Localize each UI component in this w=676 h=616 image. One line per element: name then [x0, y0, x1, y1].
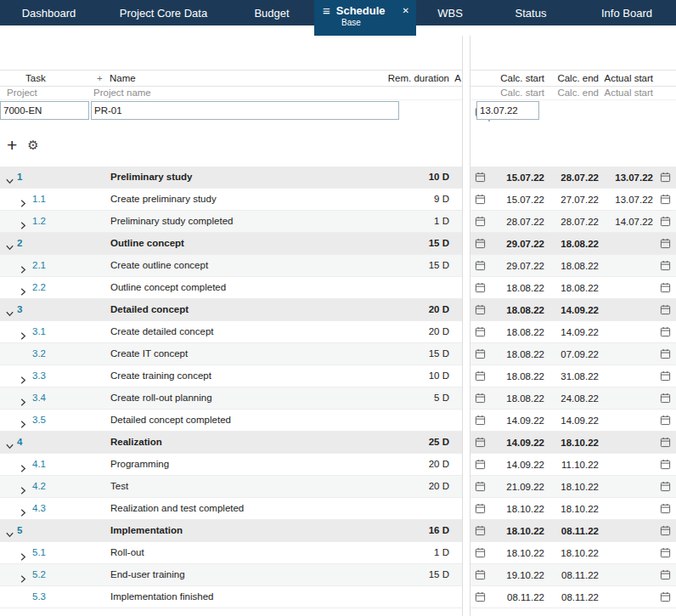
calendar-icon[interactable] — [472, 525, 488, 536]
tab-dashboard[interactable]: Dashboard — [0, 0, 98, 25]
date-row[interactable]: 18.08.2207.09.22 — [470, 343, 676, 365]
task-row[interactable]: 5Implementation16 D — [0, 520, 462, 542]
calendar-icon[interactable] — [472, 370, 488, 381]
add-task-button[interactable]: + — [7, 136, 17, 154]
hamburger-icon[interactable]: ≡ — [323, 4, 330, 17]
tab-status[interactable]: Status — [484, 0, 577, 25]
task-row[interactable]: 4.3Realization and test completed — [0, 498, 462, 520]
calendar-icon[interactable] — [472, 282, 488, 293]
calendar-icon[interactable] — [472, 569, 488, 580]
col-task[interactable]: Task — [25, 71, 46, 87]
calendar-icon[interactable] — [653, 459, 676, 470]
calendar-icon[interactable] — [653, 591, 676, 602]
calendar-icon[interactable] — [653, 547, 676, 558]
calendar-icon[interactable] — [653, 370, 676, 381]
calendar-icon[interactable] — [472, 503, 488, 514]
calendar-icon[interactable] — [653, 437, 676, 448]
col-actual-start[interactable]: Actual start — [599, 71, 653, 87]
date-row[interactable]: 29.07.2218.08.22 — [470, 255, 676, 277]
task-row[interactable]: 3.1Create detailed concept20 D — [0, 321, 462, 343]
date-row[interactable]: 18.10.2218.10.22 — [470, 498, 676, 520]
task-row[interactable]: 2Outline concept15 D — [0, 233, 462, 255]
calendar-icon[interactable] — [653, 172, 676, 183]
settings-gear-icon[interactable]: ⚙ — [27, 138, 38, 151]
calendar-icon[interactable] — [472, 459, 488, 470]
tab-project-core-data[interactable]: Project Core Data — [98, 0, 229, 25]
calendar-icon[interactable] — [653, 348, 676, 359]
calendar-icon[interactable] — [472, 216, 488, 227]
calendar-icon[interactable] — [653, 304, 676, 315]
col-calc-start[interactable]: Calc. start — [488, 71, 544, 87]
task-row[interactable]: 2.2Outline concept completed — [0, 277, 462, 299]
tab-budget[interactable]: Budget — [229, 0, 314, 25]
calendar-icon[interactable] — [472, 260, 488, 271]
date-row[interactable]: 29.07.2218.08.22 — [470, 233, 676, 255]
calendar-icon[interactable] — [653, 393, 676, 404]
tab-schedule[interactable]: ≡Schedule✕Base — [314, 0, 416, 36]
date-row[interactable]: 18.08.2218.08.22 — [470, 277, 676, 299]
calendar-icon[interactable] — [653, 525, 676, 536]
task-row[interactable]: 4.2Test20 D — [0, 476, 462, 498]
calendar-icon[interactable] — [472, 326, 488, 337]
task-row[interactable]: 1.2Preliminary study completed1 D — [0, 211, 462, 233]
task-row[interactable]: 3Detailed concept20 D — [0, 299, 462, 321]
date-row[interactable]: 18.08.2214.09.22 — [470, 321, 676, 343]
task-row[interactable]: 5.1Roll-out1 D — [0, 542, 462, 564]
actual-start-input[interactable] — [476, 101, 539, 120]
calendar-icon[interactable] — [472, 547, 488, 558]
calendar-icon[interactable] — [472, 591, 488, 602]
calendar-icon[interactable] — [472, 238, 488, 249]
date-row[interactable]: 21.09.2218.10.22 — [470, 476, 676, 498]
calendar-icon[interactable] — [472, 393, 488, 404]
date-row[interactable]: 14.09.2211.10.22 — [470, 454, 676, 476]
calendar-icon[interactable] — [653, 569, 676, 580]
close-icon[interactable]: ✕ — [394, 6, 409, 15]
calendar-icon[interactable] — [472, 481, 488, 492]
task-row[interactable]: 3.2Create IT concept15 D — [0, 343, 462, 365]
project-name-input[interactable] — [91, 101, 399, 120]
calendar-icon[interactable] — [653, 194, 676, 205]
calendar-icon[interactable] — [653, 282, 676, 293]
add-column-icon[interactable]: + — [97, 71, 103, 87]
task-row[interactable]: 3.3Create training concept10 D — [0, 365, 462, 387]
task-row[interactable]: 4.1Programming20 D — [0, 454, 462, 476]
col-calc-end[interactable]: Calc. end — [544, 71, 599, 87]
col-actual-truncated[interactable]: A — [454, 71, 461, 87]
calendar-icon[interactable] — [653, 216, 676, 227]
task-row[interactable]: 5.3Implementation finished — [0, 586, 462, 608]
date-row[interactable]: 14.09.2218.10.22 — [470, 432, 676, 454]
date-row[interactable]: 18.08.2214.09.22 — [470, 299, 676, 321]
calendar-icon[interactable] — [472, 304, 488, 315]
calendar-icon[interactable] — [472, 348, 488, 359]
project-id-input[interactable] — [0, 101, 89, 120]
task-row[interactable]: 3.5Detailed concept completed — [0, 410, 462, 432]
date-row[interactable]: 15.07.2228.07.2213.07.22 — [470, 167, 676, 189]
calendar-icon[interactable] — [653, 326, 676, 337]
col-rem-duration[interactable]: Rem. duration — [388, 71, 449, 87]
task-row[interactable]: 5.2End-user training15 D — [0, 564, 462, 586]
calendar-icon[interactable] — [653, 415, 676, 426]
calendar-icon[interactable] — [472, 194, 488, 205]
date-row[interactable]: 18.10.2218.10.22 — [470, 542, 676, 564]
date-row[interactable]: 08.11.2208.11.22 — [470, 586, 676, 608]
task-row[interactable]: 4Realization25 D — [0, 432, 462, 454]
task-row[interactable]: 1Preliminary study10 D — [0, 167, 462, 189]
tab-info-board[interactable]: Info Board — [577, 0, 676, 25]
date-row[interactable]: 28.07.2228.07.2214.07.22 — [470, 211, 676, 233]
task-row[interactable]: 2.1Create outline concept15 D — [0, 255, 462, 277]
task-row[interactable]: 1.1Create preliminary study9 D — [0, 189, 462, 211]
calendar-icon[interactable] — [472, 437, 488, 448]
date-row[interactable]: 18.08.2231.08.22 — [470, 365, 676, 387]
date-row[interactable]: 15.07.2227.07.2213.07.22 — [470, 189, 676, 211]
col-name[interactable]: Name — [110, 71, 136, 87]
calendar-icon[interactable] — [653, 503, 676, 514]
date-row[interactable]: 14.09.2214.09.22 — [470, 410, 676, 432]
date-row[interactable]: 18.08.2224.08.22 — [470, 387, 676, 410]
calendar-icon[interactable] — [653, 481, 676, 492]
date-row[interactable]: 18.10.2208.11.22 — [470, 520, 676, 542]
tab-wbs[interactable]: WBS — [416, 0, 484, 25]
date-row[interactable]: 19.10.2208.11.22 — [470, 564, 676, 586]
calendar-icon[interactable] — [653, 238, 676, 249]
task-row[interactable]: 3.4Create roll-out planning5 D — [0, 387, 462, 410]
calendar-icon[interactable] — [653, 260, 676, 271]
